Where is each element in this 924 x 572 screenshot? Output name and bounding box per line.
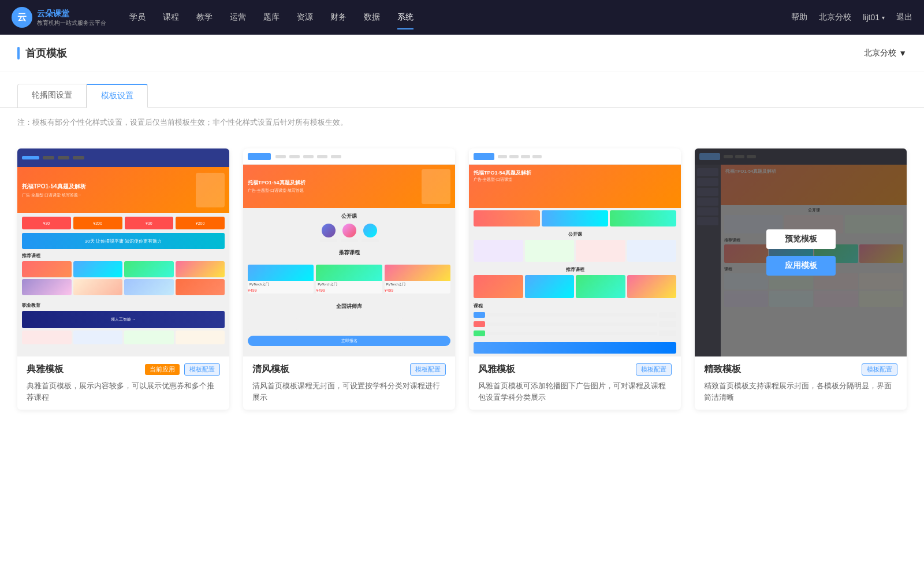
help-link[interactable]: 帮助 <box>791 12 807 23</box>
nav-item-students[interactable]: 学员 <box>129 9 146 26</box>
user-dropdown-icon: ▾ <box>882 14 885 21</box>
templates-grid: 托福TPO1-54真题及解析 广告·全题型·口语课堂·填写答题··· ¥30 ¥… <box>0 137 924 433</box>
page-title: 首页模板 <box>25 46 67 60</box>
logo-text: 云朵课堂 教育机构一站式服务云平台 <box>37 8 106 26</box>
template-name-3: 风雅模板 <box>478 363 515 376</box>
user-menu[interactable]: lijt01 ▾ <box>863 13 885 22</box>
template-card-4[interactable]: 预览模板 应用模板 <box>695 148 907 410</box>
branch-link[interactable]: 北京分校 <box>819 12 851 23</box>
nav-item-finance[interactable]: 财务 <box>330 9 346 26</box>
badge-config-3[interactable]: 模板配置 <box>636 363 672 376</box>
tab-template[interactable]: 模板设置 <box>87 84 148 108</box>
template-card-1[interactable]: 托福TPO1-54真题及解析 广告·全题型·口语课堂·填写答题··· ¥30 ¥… <box>17 148 229 410</box>
template-badges-3: 模板配置 <box>636 363 672 376</box>
template-name-4: 精致模板 <box>704 363 741 376</box>
template-desc-4: 精致首页模板支持课程展示封面，各模板分隔明显，界面简洁清晰 <box>704 380 897 403</box>
template-card-2[interactable]: 托福TPO1-54真题及解析 广告·全题型·口语课堂·填写答题 公开课 <box>243 148 455 410</box>
badge-current-1: 当前应用 <box>145 364 180 375</box>
nav-item-data[interactable]: 数据 <box>364 9 380 26</box>
template-preview-3: 托福TPO1-54真题及解析 广告·全题型·口语课堂 公开课 <box>469 148 681 356</box>
template-badges-1: 当前应用 模板配置 <box>145 363 220 376</box>
nav-item-course[interactable]: 课程 <box>163 9 179 26</box>
branch-name: 北京分校 <box>864 48 896 58</box>
nav-item-questions[interactable]: 题库 <box>263 9 280 26</box>
nav-item-teaching[interactable]: 教学 <box>196 9 213 26</box>
nav-item-system[interactable]: 系统 <box>397 9 413 26</box>
template-footer-3: 风雅模板 模板配置 风雅首页模板可添加轮播图下广告图片，可对课程及课程包设置学科… <box>469 356 681 410</box>
apply-template-button[interactable]: 应用模板 <box>766 256 836 276</box>
badge-config-4[interactable]: 模板配置 <box>862 363 897 376</box>
preview-template-button[interactable]: 预览模板 <box>766 229 836 249</box>
nav-item-operations[interactable]: 运营 <box>230 9 246 26</box>
page-container: 首页模板 北京分校 ▼ 轮播图设置 模板设置 注：模板有部分个性化样式设置，设置… <box>0 35 924 572</box>
template-preview-2: 托福TPO1-54真题及解析 广告·全题型·口语课堂·填写答题 公开课 <box>243 148 455 356</box>
template-footer-2: 清风模板 模板配置 清风首页模板课程无封面，可设置按学科分类对课程进行展示 <box>243 356 455 410</box>
branch-selector[interactable]: 北京分校 ▼ <box>864 48 907 58</box>
badge-config-2[interactable]: 模板配置 <box>410 363 446 376</box>
logout-link[interactable]: 退出 <box>896 12 912 23</box>
branch-arrow-icon: ▼ <box>899 49 907 58</box>
nav-right: 帮助 北京分校 lijt01 ▾ 退出 <box>791 12 912 23</box>
nav-item-resources[interactable]: 资源 <box>297 9 313 26</box>
template-footer-1: 典雅模板 当前应用 模板配置 典雅首页模板，展示内容较多，可以展示优惠券和多个推… <box>17 356 229 410</box>
tabs: 轮播图设置 模板设置 <box>17 84 907 107</box>
note-text: 注：模板有部分个性化样式设置，设置后仅当前模板生效；非个性化样式设置后针对所有模… <box>0 108 924 137</box>
tab-carousel[interactable]: 轮播图设置 <box>17 84 87 107</box>
page-title-bar <box>17 47 20 60</box>
template-desc-3: 风雅首页模板可添加轮播图下广告图片，可对课程及课程包设置学科分类展示 <box>478 380 672 403</box>
page-title-wrap: 首页模板 <box>17 46 67 60</box>
template-footer-4: 精致模板 模板配置 精致首页模板支持课程展示封面，各模板分隔明显，界面简洁清晰 <box>695 356 907 410</box>
template-badges-2: 模板配置 <box>410 363 446 376</box>
nav-menu: 学员 课程 教学 运营 题库 资源 财务 数据 系统 <box>129 9 791 26</box>
template-desc-2: 清风首页模板课程无封面，可设置按学科分类对课程进行展示 <box>252 380 446 403</box>
logo: 云 云朵课堂 教育机构一站式服务云平台 <box>12 7 106 28</box>
template-name-2: 清风模板 <box>252 363 289 376</box>
tabs-container: 轮播图设置 模板设置 <box>0 72 924 108</box>
navbar: 云 云朵课堂 教育机构一站式服务云平台 学员 课程 教学 运营 题库 资源 财务… <box>0 0 924 35</box>
template-desc-1: 典雅首页模板，展示内容较多，可以展示优惠券和多个推荐课程 <box>27 380 220 403</box>
template-badges-4: 模板配置 <box>862 363 897 376</box>
template-preview-1: 托福TPO1-54真题及解析 广告·全题型·口语课堂·填写答题··· ¥30 ¥… <box>17 148 229 356</box>
page-header: 首页模板 北京分校 ▼ <box>0 35 924 72</box>
template-preview-4: 预览模板 应用模板 <box>695 148 907 356</box>
badge-config-1[interactable]: 模板配置 <box>184 363 220 376</box>
template-name-1: 典雅模板 <box>27 363 64 376</box>
logo-icon: 云 <box>12 7 32 28</box>
template-hover-overlay: 预览模板 应用模板 <box>695 148 907 356</box>
template-card-3[interactable]: 托福TPO1-54真题及解析 广告·全题型·口语课堂 公开课 <box>469 148 681 410</box>
